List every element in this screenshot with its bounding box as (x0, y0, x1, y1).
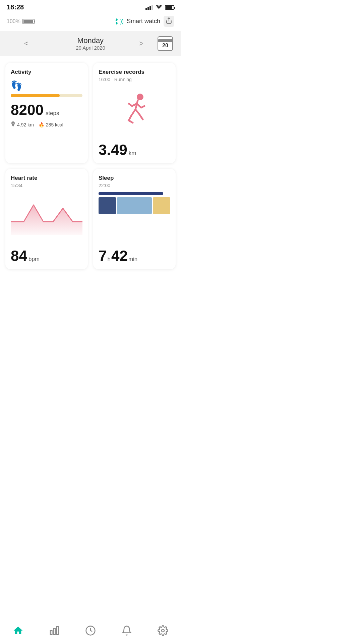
distance-stat: 4.92 km (11, 121, 34, 128)
calories-icon: 🔥 (39, 122, 44, 127)
activity-card[interactable]: Activity 👣 8200 steps 4.92 km 🔥 (5, 63, 88, 163)
calories-value: 285 kcal (46, 122, 63, 127)
heart-rate-title: Heart rate (11, 175, 82, 181)
status-time: 18:28 (7, 3, 24, 11)
calendar-top (158, 39, 172, 42)
steps-value: 8200 (11, 103, 44, 117)
distance-value: 4.92 km (17, 122, 34, 127)
day-name: Monday (76, 36, 105, 45)
activity-progress-bar (11, 94, 82, 97)
sleep-time: 22:00 (99, 183, 170, 188)
cards-grid: Activity 👣 8200 steps 4.92 km 🔥 (0, 56, 181, 276)
bluetooth-icon: )) (113, 18, 123, 25)
heart-rate-unit: bpm (28, 256, 40, 262)
battery-icon (165, 5, 174, 10)
svg-point-3 (137, 94, 143, 100)
steps-display: 8200 steps (11, 103, 82, 117)
activity-title: Activity (11, 69, 82, 75)
sleep-minutes-unit: min (128, 256, 137, 262)
sleep-card[interactable]: Sleep 22:00 7 h 42 min (93, 169, 176, 269)
calendar-icon[interactable]: 20 (158, 36, 173, 51)
exercise-activity: Running (114, 77, 132, 82)
sleep-hours-unit: h (107, 256, 110, 262)
heart-rate-number: 84 (11, 249, 27, 263)
sleep-deep-bar (99, 192, 163, 195)
device-battery: 100% (7, 18, 35, 24)
footsteps-icon: 👣 (11, 80, 82, 91)
distance-icon (11, 121, 15, 128)
sleep-hours: 7 (99, 249, 107, 263)
signal-icon (145, 5, 153, 10)
heart-rate-card[interactable]: Heart rate 15:34 84 bpm (5, 169, 88, 269)
exercise-unit: km (129, 150, 136, 156)
exercise-time-activity: 16:00 Running (99, 77, 170, 82)
sleep-chart (99, 192, 170, 242)
calories-stat: 🔥 285 kcal (39, 122, 63, 127)
heart-rate-time: 15:34 (11, 183, 82, 188)
date-navigation: < Monday 20 April 2020 > 20 (0, 31, 181, 56)
full-date: 20 April 2020 (76, 45, 105, 51)
exercise-distance-value: 3.49 (99, 143, 127, 157)
share-icon[interactable] (164, 16, 174, 27)
activity-progress-fill (11, 94, 60, 97)
steps-unit: steps (46, 110, 59, 116)
exercise-time: 16:00 (99, 77, 110, 82)
device-name: Smart watch (127, 18, 160, 25)
date-display: Monday 20 April 2020 (76, 36, 105, 51)
next-day-button[interactable]: > (135, 37, 147, 51)
sleep-stages-row (99, 197, 170, 214)
runner-icon (99, 85, 170, 137)
sleep-title: Sleep (99, 175, 170, 181)
status-icons (145, 4, 174, 11)
sleep-minutes: 42 (111, 249, 128, 263)
sleep-rem-bar (99, 197, 116, 214)
device-battery-percent: 100% (7, 18, 20, 24)
exercise-distance-display: 3.49 km (99, 143, 170, 157)
device-battery-box (22, 19, 35, 24)
device-bar: 100% )) Smart watch (0, 13, 181, 31)
heart-rate-chart (11, 192, 82, 243)
heart-rate-value-display: 84 bpm (11, 249, 82, 263)
wifi-icon (156, 4, 162, 11)
exercise-title: Exercise records (99, 69, 170, 75)
prev-day-button[interactable]: < (20, 37, 33, 51)
svg-point-2 (13, 123, 14, 124)
calendar-day-number: 20 (162, 43, 168, 48)
status-bar: 18:28 (0, 0, 181, 13)
sleep-awake-bar (153, 197, 170, 214)
sleep-duration-display: 7 h 42 min (99, 249, 170, 263)
exercise-card[interactable]: Exercise records 16:00 Running (93, 63, 176, 163)
device-right: )) Smart watch (113, 16, 174, 27)
activity-stats: 4.92 km 🔥 285 kcal (11, 121, 82, 128)
sleep-light-bar (117, 197, 152, 214)
